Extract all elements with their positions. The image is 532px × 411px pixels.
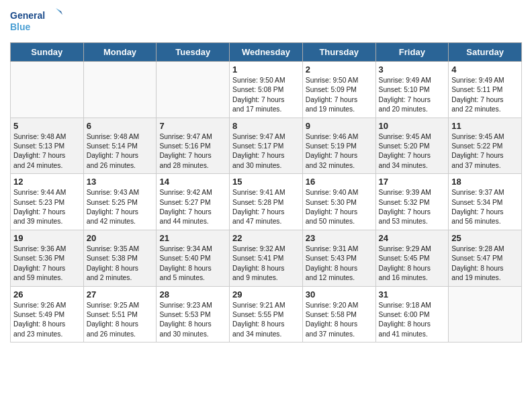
calendar-cell: 19Sunrise: 9:36 AMSunset: 5:36 PMDayligh… [11,230,84,286]
day-info: Sunrise: 9:31 AMSunset: 5:43 PMDaylight:… [306,244,373,283]
calendar-cell: 22Sunrise: 9:32 AMSunset: 5:41 PMDayligh… [230,230,303,286]
calendar-cell: 28Sunrise: 9:23 AMSunset: 5:53 PMDayligh… [157,286,230,342]
logo: General Blue [10,7,64,37]
page-header: General Blue [10,7,522,37]
calendar-cell: 6Sunrise: 9:48 AMSunset: 5:14 PMDaylight… [83,118,157,174]
day-info: Sunrise: 9:21 AMSunset: 5:55 PMDaylight:… [232,301,300,340]
calendar-cell: 10Sunrise: 9:45 AMSunset: 5:20 PMDayligh… [375,118,449,174]
day-info: Sunrise: 9:40 AMSunset: 5:30 PMDaylight:… [306,188,373,227]
calendar-cell [83,62,157,118]
calendar-cell: 8Sunrise: 9:47 AMSunset: 5:17 PMDaylight… [230,118,303,174]
day-info: Sunrise: 9:42 AMSunset: 5:27 PMDaylight:… [159,188,226,227]
day-number: 26 [13,289,81,300]
day-number: 15 [232,177,300,187]
weekday-header: Sunday [11,43,84,62]
day-info: Sunrise: 9:34 AMSunset: 5:40 PMDaylight:… [159,244,226,283]
calendar-cell: 7Sunrise: 9:47 AMSunset: 5:16 PMDaylight… [157,118,230,174]
day-info: Sunrise: 9:50 AMSunset: 5:08 PMDaylight:… [232,76,300,115]
calendar-week-row: 26Sunrise: 9:26 AMSunset: 5:49 PMDayligh… [11,286,522,342]
calendar-week-row: 12Sunrise: 9:44 AMSunset: 5:23 PMDayligh… [11,174,522,230]
day-info: Sunrise: 9:36 AMSunset: 5:36 PMDaylight:… [13,244,81,283]
weekday-header: Wednesday [230,43,303,62]
day-info: Sunrise: 9:48 AMSunset: 5:14 PMDaylight:… [87,132,154,171]
calendar-cell: 30Sunrise: 9:20 AMSunset: 5:58 PMDayligh… [302,286,375,342]
day-number: 19 [13,233,81,243]
day-info: Sunrise: 9:35 AMSunset: 5:38 PMDaylight:… [87,244,154,283]
day-info: Sunrise: 9:47 AMSunset: 5:17 PMDaylight:… [232,132,300,171]
day-info: Sunrise: 9:29 AMSunset: 5:45 PMDaylight:… [379,244,446,283]
day-number: 30 [306,289,373,300]
day-number: 28 [159,289,226,300]
calendar-cell [157,62,230,118]
calendar-cell: 11Sunrise: 9:45 AMSunset: 5:22 PMDayligh… [449,118,522,174]
calendar-cell: 31Sunrise: 9:18 AMSunset: 6:00 PMDayligh… [375,286,449,342]
day-info: Sunrise: 9:23 AMSunset: 5:53 PMDaylight:… [159,301,226,340]
day-info: Sunrise: 9:26 AMSunset: 5:49 PMDaylight:… [13,301,81,340]
day-number: 31 [379,289,446,300]
logo-svg: General Blue [10,7,64,37]
calendar-body: 1Sunrise: 9:50 AMSunset: 5:08 PMDaylight… [11,62,522,342]
day-info: Sunrise: 9:28 AMSunset: 5:47 PMDaylight:… [451,244,519,283]
weekday-row: SundayMondayTuesdayWednesdayThursdayFrid… [11,43,522,62]
calendar-cell: 4Sunrise: 9:49 AMSunset: 5:11 PMDaylight… [449,62,522,118]
calendar-cell: 13Sunrise: 9:43 AMSunset: 5:25 PMDayligh… [83,174,157,230]
day-info: Sunrise: 9:45 AMSunset: 5:22 PMDaylight:… [451,132,519,171]
day-number: 4 [451,64,519,75]
day-info: Sunrise: 9:20 AMSunset: 5:58 PMDaylight:… [306,301,373,340]
day-number: 14 [159,177,226,187]
calendar-week-row: 19Sunrise: 9:36 AMSunset: 5:36 PMDayligh… [11,230,522,286]
calendar-cell: 15Sunrise: 9:41 AMSunset: 5:28 PMDayligh… [230,174,303,230]
page-container: General Blue SundayMondayTuesdayWednesda… [0,0,532,349]
day-number: 11 [451,121,519,131]
day-info: Sunrise: 9:49 AMSunset: 5:10 PMDaylight:… [379,76,446,115]
weekday-header: Saturday [449,43,522,62]
calendar-cell: 5Sunrise: 9:48 AMSunset: 5:13 PMDaylight… [11,118,84,174]
day-number: 22 [232,233,300,243]
calendar-cell: 14Sunrise: 9:42 AMSunset: 5:27 PMDayligh… [157,174,230,230]
day-number: 25 [451,233,519,243]
calendar-cell [449,286,522,342]
day-number: 27 [87,289,154,300]
calendar-cell: 18Sunrise: 9:37 AMSunset: 5:34 PMDayligh… [449,174,522,230]
day-info: Sunrise: 9:32 AMSunset: 5:41 PMDaylight:… [232,244,300,283]
calendar-cell: 29Sunrise: 9:21 AMSunset: 5:55 PMDayligh… [230,286,303,342]
calendar-cell: 24Sunrise: 9:29 AMSunset: 5:45 PMDayligh… [375,230,449,286]
calendar-cell: 23Sunrise: 9:31 AMSunset: 5:43 PMDayligh… [302,230,375,286]
weekday-header: Thursday [302,43,375,62]
calendar-week-row: 5Sunrise: 9:48 AMSunset: 5:13 PMDaylight… [11,118,522,174]
day-info: Sunrise: 9:43 AMSunset: 5:25 PMDaylight:… [87,188,154,227]
day-info: Sunrise: 9:25 AMSunset: 5:51 PMDaylight:… [87,301,154,340]
day-info: Sunrise: 9:39 AMSunset: 5:32 PMDaylight:… [379,188,446,227]
day-number: 3 [379,64,446,75]
calendar-cell: 1Sunrise: 9:50 AMSunset: 5:08 PMDaylight… [230,62,303,118]
calendar-table: SundayMondayTuesdayWednesdayThursdayFrid… [10,42,522,342]
calendar-header: SundayMondayTuesdayWednesdayThursdayFrid… [11,43,522,62]
day-number: 12 [13,177,81,187]
day-info: Sunrise: 9:49 AMSunset: 5:11 PMDaylight:… [451,76,519,115]
day-number: 1 [232,64,300,75]
calendar-cell: 2Sunrise: 9:50 AMSunset: 5:09 PMDaylight… [302,62,375,118]
day-info: Sunrise: 9:41 AMSunset: 5:28 PMDaylight:… [232,188,300,227]
weekday-header: Tuesday [157,43,230,62]
day-info: Sunrise: 9:45 AMSunset: 5:20 PMDaylight:… [379,132,446,171]
calendar-cell: 25Sunrise: 9:28 AMSunset: 5:47 PMDayligh… [449,230,522,286]
day-number: 16 [306,177,373,187]
calendar-cell [11,62,84,118]
day-number: 21 [159,233,226,243]
day-number: 7 [159,121,226,131]
day-number: 24 [379,233,446,243]
day-info: Sunrise: 9:50 AMSunset: 5:09 PMDaylight:… [306,76,373,115]
day-number: 8 [232,121,300,131]
day-info: Sunrise: 9:44 AMSunset: 5:23 PMDaylight:… [13,188,81,227]
svg-marker-2 [56,8,62,15]
day-number: 18 [451,177,519,187]
calendar-cell: 21Sunrise: 9:34 AMSunset: 5:40 PMDayligh… [157,230,230,286]
day-number: 13 [87,177,154,187]
day-info: Sunrise: 9:37 AMSunset: 5:34 PMDaylight:… [451,188,519,227]
calendar-cell: 27Sunrise: 9:25 AMSunset: 5:51 PMDayligh… [83,286,157,342]
weekday-header: Monday [83,43,157,62]
day-info: Sunrise: 9:18 AMSunset: 6:00 PMDaylight:… [379,301,446,340]
day-number: 29 [232,289,300,300]
calendar-cell: 17Sunrise: 9:39 AMSunset: 5:32 PMDayligh… [375,174,449,230]
day-number: 20 [87,233,154,243]
